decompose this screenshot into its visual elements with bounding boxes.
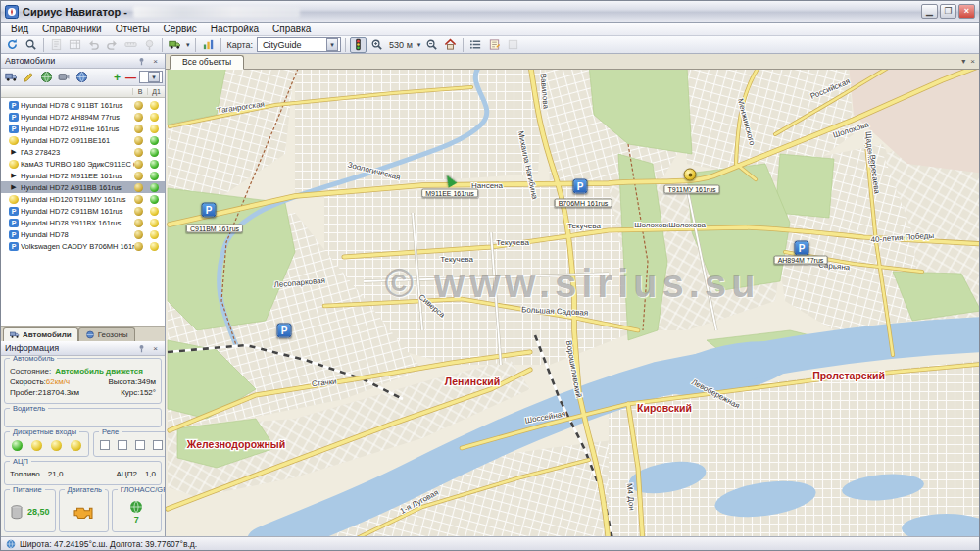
app-icon	[5, 5, 19, 19]
vehicles-dropdown-arrow[interactable]: ▾	[185, 41, 191, 49]
vehicle-label: Hyundai HD120 Т911МУ 161rus	[21, 195, 134, 204]
menu-item-3[interactable]: Отчёты	[110, 24, 156, 34]
discrete-led-yellow	[31, 440, 42, 451]
vehicle-marker-parked[interactable]: P	[573, 179, 588, 194]
list-view-button[interactable]	[467, 37, 484, 53]
vehicle-plate-label[interactable]: АН894М 77rus	[774, 256, 828, 265]
vehicle-plate-label[interactable]: Т911МУ 161rus	[663, 185, 719, 194]
vehicle-row[interactable]: PHyundai HD78 У911ВХ 161rus	[1, 217, 165, 228]
relay-checkbox-1[interactable]	[100, 440, 110, 450]
report-icon[interactable]	[48, 37, 65, 53]
map-area: Все объекты ▾ ×	[166, 54, 979, 536]
power-value: 28,50	[27, 507, 50, 517]
zoom-out-button[interactable]	[423, 37, 440, 53]
vehicle-row[interactable]: PHyundai HD78 С 911ВТ 161rus	[1, 99, 165, 111]
state-value: Автомобиль движется	[55, 367, 143, 376]
status-led-d1	[150, 219, 159, 227]
globe-track-button[interactable]	[38, 70, 55, 85]
glonass-gps-icon	[129, 500, 143, 514]
status-led-d1	[150, 148, 159, 157]
info-panel-close-icon[interactable]: ×	[150, 344, 161, 353]
chart-button[interactable]	[200, 37, 217, 53]
vehicles-panel-close-icon[interactable]: ×	[150, 57, 161, 66]
menu-item-2[interactable]: Справочники	[36, 24, 108, 34]
edit-pencil-button[interactable]	[21, 70, 37, 85]
column-b[interactable]: В	[132, 88, 147, 95]
vehicle-label: Hyundai HD72 АН894М 77rus	[21, 113, 134, 122]
maximize-button[interactable]: ❐	[940, 4, 956, 19]
redo-icon[interactable]	[104, 37, 121, 53]
map-scale-arrow[interactable]: ▾	[416, 41, 422, 49]
course-value: 152°	[139, 388, 156, 397]
info-pin-icon[interactable]	[136, 344, 147, 353]
remove-vehicle-button[interactable]: —	[123, 72, 138, 83]
vehicle-row[interactable]: PHyundai HD72 С911ВМ 161rus	[1, 205, 165, 217]
vehicle-row[interactable]: ▶Hyundai HD72 М911ЕЕ 161rus	[1, 170, 165, 181]
info-panel-header: Информация ×	[1, 341, 165, 356]
vehicle-row[interactable]: ▶Hyundai HD72 А911ВВ 161rus	[1, 181, 165, 193]
power-group-title: Питание	[10, 485, 45, 494]
vehicle-row[interactable]: Hyundai HD72 О911ВЕ161	[1, 134, 165, 146]
notes-button[interactable]	[486, 37, 503, 53]
minimize-button[interactable]: ▁	[921, 4, 938, 19]
tab-geozones[interactable]: Геозоны	[78, 327, 135, 341]
menu-item-6[interactable]: Справка	[267, 24, 317, 34]
status-led-d1	[150, 195, 159, 204]
vehicle-row[interactable]: PHyundai HD72 е911не 161rus	[1, 123, 165, 134]
marker-icon[interactable]	[141, 37, 158, 53]
map-select-arrow[interactable]: ▾	[326, 38, 338, 51]
vehicle-row[interactable]: PHyundai HD78	[1, 228, 165, 240]
close-button[interactable]: ×	[958, 4, 975, 19]
menu-item-1[interactable]: Вид	[5, 24, 34, 34]
table-icon[interactable]	[67, 37, 83, 53]
title-bar: Сириус Навигатор - ▁ ❐ ×	[1, 1, 979, 23]
pin-icon[interactable]	[136, 57, 147, 66]
undo-icon[interactable]	[85, 37, 102, 53]
search-button[interactable]	[23, 37, 39, 53]
map-tab-all-objects[interactable]: Все объекты	[170, 55, 244, 70]
vehicle-row[interactable]: Hyundai HD120 Т911МУ 161rus	[1, 193, 165, 205]
status-globe-icon	[6, 539, 16, 549]
vehicle-row[interactable]: ▶ГАЗ 278423	[1, 146, 165, 158]
globe-map-button[interactable]	[74, 70, 90, 85]
relay-checkbox-4[interactable]	[153, 440, 163, 450]
status-led-b	[134, 183, 143, 192]
vehicle-marker-parked[interactable]: P	[202, 203, 217, 218]
vehicle-row[interactable]: PVolkswagen CADDY В706МН 161rus	[1, 240, 165, 252]
map-tab-bar: Все объекты ▾ ×	[166, 54, 979, 70]
tab-vehicles[interactable]: Автомобили	[3, 327, 78, 341]
map-tab-menu-arrow[interactable]: ▾	[961, 57, 965, 66]
camera-button[interactable]	[56, 70, 73, 85]
map-canvas[interactable]: ТаганрогскаяВавиловаЗоологическаяНансена…	[166, 70, 979, 536]
street-label: Текучева	[567, 222, 601, 230]
traffic-light-button[interactable]	[350, 37, 367, 53]
column-d1[interactable]: Д1	[147, 88, 165, 95]
relay-checkbox-3[interactable]	[135, 440, 145, 450]
home-button[interactable]	[442, 37, 459, 53]
refresh-button[interactable]	[4, 37, 21, 53]
vehicle-plate-label[interactable]: М911ЕЕ 161rus	[421, 189, 478, 198]
menu-item-4[interactable]: Сервис	[158, 24, 203, 34]
vehicle-truck-button[interactable]	[3, 70, 20, 85]
measure-icon[interactable]	[122, 37, 139, 53]
map-select-value: CityGuide	[260, 40, 324, 50]
vehicle-marker-idle[interactable]	[684, 169, 697, 181]
list-filter-dropdown[interactable]: ▾	[139, 71, 163, 83]
map-tab-close-icon[interactable]: ×	[970, 57, 975, 66]
add-vehicle-button[interactable]: +	[112, 71, 122, 84]
vehicles-dropdown-button[interactable]	[167, 37, 183, 53]
vehicle-row[interactable]: PHyundai HD72 АН894М 77rus	[1, 111, 165, 123]
menu-item-5[interactable]: Настройка	[205, 24, 265, 34]
vehicle-group-title: Автомобиль	[10, 356, 57, 363]
extra-tool-button[interactable]	[505, 37, 521, 53]
map-select[interactable]: CityGuide ▾	[257, 37, 341, 52]
vehicle-plate-label[interactable]: В706МН 161rus	[555, 199, 612, 208]
vehicle-marker-parked[interactable]: P	[795, 241, 809, 256]
vehicle-plate-label[interactable]: С911ВМ 161rus	[186, 225, 243, 233]
vehicle-row[interactable]: КамАЗ TURBO 180 ЭдикС911ЕС 61rus	[1, 158, 165, 170]
vehicle-marker-parked[interactable]: P	[277, 324, 292, 338]
status-led-d1	[150, 101, 159, 110]
relay-checkbox-2[interactable]	[118, 440, 127, 450]
list-filter-arrow[interactable]: ▾	[148, 72, 160, 82]
zoom-in-button[interactable]	[368, 37, 385, 53]
